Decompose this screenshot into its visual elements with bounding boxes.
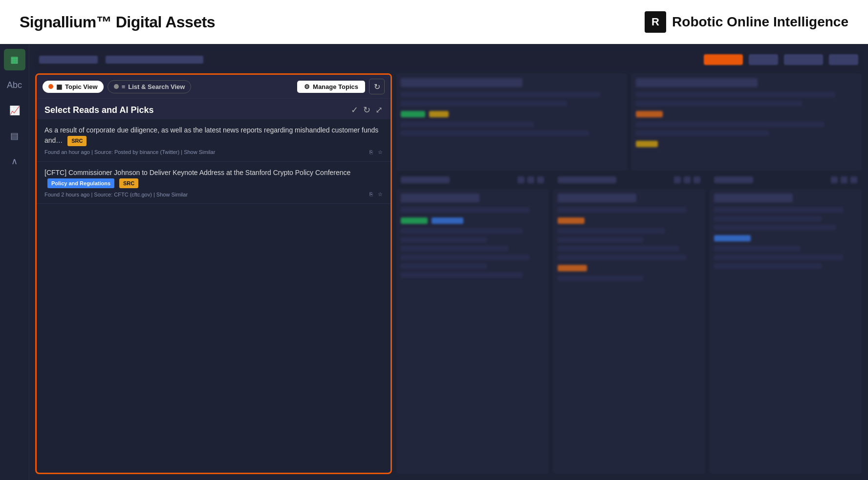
- brand-area: R Robotic Online Intelligence: [645, 11, 848, 33]
- bg-panel-3-line-7: [401, 272, 522, 278]
- bg-tag-blue-5: [714, 235, 751, 241]
- bg-panel-5-line-5: [714, 255, 843, 260]
- focus-panel: ▦ Topic View ≡ List & Search View ⚙ Mana…: [35, 73, 392, 474]
- bg-panel-2-header: [636, 78, 758, 87]
- bg-panel-3-line-2: [401, 228, 522, 234]
- bg-panel-4-line-6: [558, 276, 644, 281]
- bg-panel-4: [553, 189, 706, 474]
- bg-panel-5: [709, 189, 862, 474]
- news-text-2: [CFTC] Commissioner Johnson to Deliver K…: [44, 168, 383, 189]
- src-tag-2: SRC: [119, 178, 138, 189]
- app-header: Signallium™ Digital Assets R Robotic Onl…: [0, 0, 868, 44]
- bg-panel-4-line-5: [558, 255, 686, 260]
- bg-panel-1-line-1: [401, 92, 600, 97]
- card-refresh-icon[interactable]: ↻: [363, 105, 370, 115]
- bg-tag-green-3a: [401, 218, 428, 224]
- manage-topics-button[interactable]: ⚙ Manage Topics: [297, 81, 365, 93]
- sidebar-item-grid[interactable]: ▤: [4, 125, 25, 147]
- sidebar-item-up[interactable]: ∧: [4, 151, 25, 172]
- card-action-buttons: ✓ ↻ ⤢: [351, 105, 383, 115]
- right-top-row: [396, 73, 862, 171]
- check-icon[interactable]: ✓: [351, 105, 358, 115]
- bg-panel-4-line-4: [558, 246, 679, 251]
- news-meta-text-1: Found an hour ago | Source: Posted by bi…: [44, 149, 215, 155]
- news-item-2: [CFTC] Commissioner Johnson to Deliver K…: [37, 162, 391, 204]
- inactive-dot-icon: [114, 84, 119, 89]
- bg-panel-1-line-4: [401, 131, 589, 136]
- list-search-view-button[interactable]: ≡ List & Search View: [108, 80, 192, 93]
- expand-icon[interactable]: ⤢: [375, 105, 383, 115]
- news-text-1: As a result of corporate due diligence, …: [44, 125, 383, 146]
- bg-tag-blue-3: [432, 218, 463, 224]
- manage-topics-label: Manage Topics: [313, 83, 358, 90]
- star-icon-1[interactable]: ☆: [378, 149, 383, 155]
- right-panels: [396, 73, 862, 474]
- policy-tag: Policy and Regulations: [47, 178, 114, 189]
- bg-tag-green-1: [401, 111, 425, 117]
- bg-panel-2: [631, 73, 862, 171]
- bg-tag-yellow-1: [429, 111, 449, 117]
- bg-panel-4-line-1: [558, 207, 686, 213]
- bg-panel-5-line-6: [714, 263, 822, 269]
- bg-panel-4-line-2: [558, 228, 665, 234]
- bg-panel-3-line-6: [401, 263, 487, 269]
- news-action-icons-1: ⎘ ☆: [369, 149, 383, 155]
- bg-tag-orange-4b: [558, 265, 587, 271]
- news-meta-2: Found 2 hours ago | Source: CFTC (cftc.g…: [44, 191, 383, 197]
- star-icon-2[interactable]: ☆: [378, 191, 383, 197]
- bg-panel-3-line-1: [401, 207, 529, 213]
- bg-panel-3: [396, 189, 549, 474]
- bg-panel-1-header: [401, 78, 522, 87]
- bg-panel-3-line-4: [401, 246, 508, 251]
- active-dot-icon: [48, 84, 53, 89]
- sidebar-item-text[interactable]: Abc: [4, 74, 25, 96]
- content-area: ▦ Topic View ≡ List & Search View ⚙ Mana…: [29, 44, 868, 480]
- bg-panel-3-line-5: [401, 255, 529, 260]
- bg-panel-5-line-2: [714, 216, 822, 221]
- sidebar: ▦ Abc 📈 ▤ ∧: [0, 44, 29, 480]
- share-icon-1[interactable]: ⎘: [369, 149, 373, 155]
- app-title: Signallium™ Digital Assets: [20, 13, 215, 31]
- bg-panel-5-line-1: [714, 207, 843, 213]
- panel-row: ▦ Topic View ≡ List & Search View ⚙ Mana…: [35, 73, 862, 474]
- bg-panel-2-line-3: [636, 122, 824, 127]
- news-item-1: As a result of corporate due diligence, …: [37, 119, 391, 162]
- brand-logo-icon: R: [645, 11, 666, 33]
- top-navigation-bar: [35, 50, 862, 69]
- list-icon: ≡: [122, 83, 126, 90]
- refresh-icon: ↻: [374, 82, 380, 91]
- news-meta-text-2: Found 2 hours ago | Source: CFTC (cftc.g…: [44, 192, 188, 197]
- sidebar-item-dashboard[interactable]: ▦: [4, 49, 25, 70]
- right-bottom-row: [396, 189, 862, 474]
- sidebar-item-chart[interactable]: 📈: [4, 100, 25, 121]
- refresh-button[interactable]: ↻: [369, 79, 385, 94]
- bg-tag-orange-2: [636, 111, 663, 117]
- share-icon-2[interactable]: ⎘: [369, 191, 373, 197]
- gear-icon: ⚙: [304, 83, 310, 90]
- topic-view-button[interactable]: ▦ Topic View: [43, 81, 104, 93]
- bg-panel-4-line-3: [558, 237, 644, 242]
- bg-panel-1-line-2: [401, 101, 567, 106]
- bg-panel-2-line-1: [636, 92, 835, 97]
- news-content-1: As a result of corporate due diligence, …: [44, 126, 378, 144]
- bg-tag-orange-4: [558, 218, 585, 224]
- bg-panel-3-line-3: [401, 237, 487, 242]
- bg-panel-2-line-2: [636, 101, 802, 106]
- grid-icon: ▦: [56, 83, 62, 90]
- row-labels: [396, 175, 862, 185]
- bg-panel-5-line-4: [714, 246, 800, 251]
- bg-panel-4-header: [558, 194, 636, 202]
- bg-tag-yellow-2: [636, 141, 658, 147]
- bg-panel-1-line-3: [401, 122, 534, 127]
- src-tag-1: SRC: [67, 136, 87, 146]
- main-area: ▦ Abc 📈 ▤ ∧ ▦ Topic Vi: [0, 44, 868, 480]
- news-action-icons-2: ⎘ ☆: [369, 191, 383, 197]
- bg-panel-5-header: [714, 194, 793, 202]
- bg-panel-5-line-3: [714, 225, 836, 230]
- news-meta-1: Found an hour ago | Source: Posted by bi…: [44, 149, 383, 155]
- bg-panel-2-line-4: [636, 131, 769, 136]
- view-toolbar: ▦ Topic View ≡ List & Search View ⚙ Mana…: [37, 75, 391, 99]
- card-header: Select Reads and AI Picks ✓ ↻ ⤢: [37, 99, 391, 119]
- list-search-label: List & Search View: [128, 83, 185, 90]
- topic-view-label: Topic View: [65, 83, 98, 90]
